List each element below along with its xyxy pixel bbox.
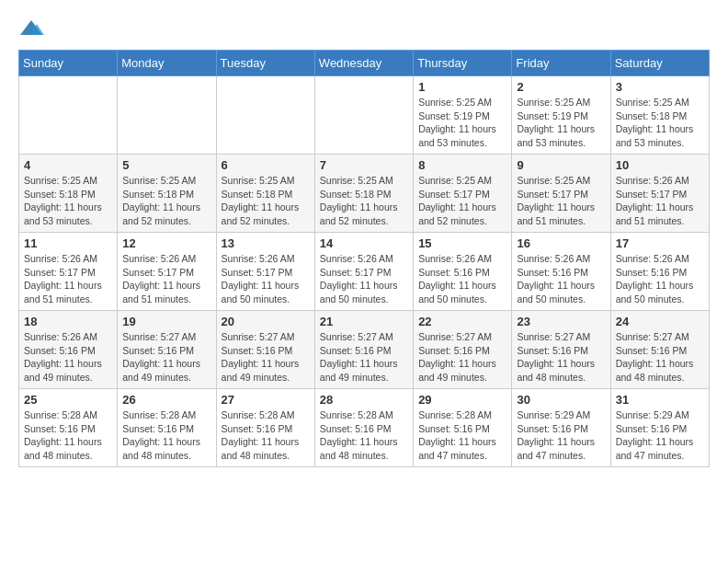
day-cell-20: 20Sunrise: 5:27 AM Sunset: 5:16 PM Dayli…: [216, 311, 314, 389]
day-info: Sunrise: 5:25 AM Sunset: 5:19 PM Dayligh…: [418, 96, 506, 150]
empty-cell: [216, 76, 314, 155]
weekday-header-row: SundayMondayTuesdayWednesdayThursdayFrid…: [19, 51, 710, 76]
day-cell-3: 3Sunrise: 5:25 AM Sunset: 5:18 PM Daylig…: [610, 76, 709, 155]
day-cell-29: 29Sunrise: 5:28 AM Sunset: 5:16 PM Dayli…: [414, 389, 512, 467]
day-info: Sunrise: 5:26 AM Sunset: 5:17 PM Dayligh…: [222, 252, 310, 306]
day-info: Sunrise: 5:25 AM Sunset: 5:18 PM Dayligh…: [616, 96, 704, 150]
day-cell-2: 2Sunrise: 5:25 AM Sunset: 5:19 PM Daylig…: [512, 76, 610, 155]
day-info: Sunrise: 5:25 AM Sunset: 5:18 PM Dayligh…: [222, 174, 310, 228]
day-cell-8: 8Sunrise: 5:25 AM Sunset: 5:17 PM Daylig…: [414, 155, 512, 233]
day-cell-27: 27Sunrise: 5:28 AM Sunset: 5:16 PM Dayli…: [216, 389, 314, 467]
day-number: 10: [616, 158, 704, 172]
day-info: Sunrise: 5:25 AM Sunset: 5:17 PM Dayligh…: [418, 174, 506, 228]
day-cell-28: 28Sunrise: 5:28 AM Sunset: 5:16 PM Dayli…: [314, 389, 413, 467]
day-cell-14: 14Sunrise: 5:26 AM Sunset: 5:17 PM Dayli…: [314, 233, 413, 311]
day-cell-11: 11Sunrise: 5:26 AM Sunset: 5:17 PM Dayli…: [19, 233, 118, 311]
logo-icon: [18, 18, 44, 40]
day-cell-10: 10Sunrise: 5:26 AM Sunset: 5:17 PM Dayli…: [610, 155, 709, 233]
day-number: 13: [222, 236, 310, 250]
day-cell-23: 23Sunrise: 5:27 AM Sunset: 5:16 PM Dayli…: [512, 311, 610, 389]
day-cell-6: 6Sunrise: 5:25 AM Sunset: 5:18 PM Daylig…: [216, 155, 314, 233]
day-info: Sunrise: 5:28 AM Sunset: 5:16 PM Dayligh…: [418, 408, 506, 463]
day-cell-15: 15Sunrise: 5:26 AM Sunset: 5:16 PM Dayli…: [414, 233, 512, 311]
day-number: 9: [517, 158, 605, 172]
week-row-2: 4Sunrise: 5:25 AM Sunset: 5:18 PM Daylig…: [19, 155, 710, 233]
calendar-table: SundayMondayTuesdayWednesdayThursdayFrid…: [18, 50, 710, 467]
day-info: Sunrise: 5:25 AM Sunset: 5:18 PM Dayligh…: [320, 174, 408, 228]
day-number: 16: [517, 236, 605, 250]
day-info: Sunrise: 5:26 AM Sunset: 5:17 PM Dayligh…: [122, 252, 210, 306]
day-info: Sunrise: 5:26 AM Sunset: 5:16 PM Dayligh…: [517, 252, 605, 306]
day-number: 18: [24, 315, 112, 328]
day-info: Sunrise: 5:26 AM Sunset: 5:17 PM Dayligh…: [24, 252, 112, 306]
day-number: 3: [616, 80, 704, 94]
day-number: 15: [418, 236, 506, 250]
day-number: 17: [616, 236, 704, 250]
day-cell-18: 18Sunrise: 5:26 AM Sunset: 5:16 PM Dayli…: [19, 311, 118, 389]
day-info: Sunrise: 5:27 AM Sunset: 5:16 PM Dayligh…: [222, 330, 310, 385]
day-info: Sunrise: 5:28 AM Sunset: 5:16 PM Dayligh…: [122, 408, 210, 463]
weekday-saturday: Saturday: [610, 51, 709, 76]
day-info: Sunrise: 5:25 AM Sunset: 5:18 PM Dayligh…: [24, 174, 112, 228]
day-cell-24: 24Sunrise: 5:27 AM Sunset: 5:16 PM Dayli…: [610, 311, 709, 389]
day-info: Sunrise: 5:26 AM Sunset: 5:17 PM Dayligh…: [320, 252, 408, 306]
day-info: Sunrise: 5:27 AM Sunset: 5:16 PM Dayligh…: [616, 330, 704, 385]
day-info: Sunrise: 5:27 AM Sunset: 5:16 PM Dayligh…: [517, 330, 605, 385]
day-info: Sunrise: 5:26 AM Sunset: 5:17 PM Dayligh…: [616, 174, 704, 228]
day-cell-7: 7Sunrise: 5:25 AM Sunset: 5:18 PM Daylig…: [314, 155, 413, 233]
day-info: Sunrise: 5:29 AM Sunset: 5:16 PM Dayligh…: [517, 408, 605, 463]
weekday-thursday: Thursday: [414, 51, 512, 76]
day-info: Sunrise: 5:26 AM Sunset: 5:16 PM Dayligh…: [616, 252, 704, 306]
day-cell-26: 26Sunrise: 5:28 AM Sunset: 5:16 PM Dayli…: [118, 389, 216, 467]
day-number: 4: [24, 158, 112, 172]
day-info: Sunrise: 5:25 AM Sunset: 5:19 PM Dayligh…: [517, 96, 605, 150]
day-info: Sunrise: 5:27 AM Sunset: 5:16 PM Dayligh…: [418, 330, 506, 385]
logo: [18, 18, 48, 40]
weekday-tuesday: Tuesday: [216, 51, 314, 76]
day-cell-5: 5Sunrise: 5:25 AM Sunset: 5:18 PM Daylig…: [118, 155, 216, 233]
day-cell-12: 12Sunrise: 5:26 AM Sunset: 5:17 PM Dayli…: [118, 233, 216, 311]
day-info: Sunrise: 5:26 AM Sunset: 5:16 PM Dayligh…: [418, 252, 506, 306]
day-cell-31: 31Sunrise: 5:29 AM Sunset: 5:16 PM Dayli…: [610, 389, 709, 467]
day-number: 28: [320, 393, 408, 407]
day-number: 1: [418, 80, 506, 94]
day-cell-21: 21Sunrise: 5:27 AM Sunset: 5:16 PM Dayli…: [314, 311, 413, 389]
day-info: Sunrise: 5:28 AM Sunset: 5:16 PM Dayligh…: [222, 408, 310, 463]
day-info: Sunrise: 5:26 AM Sunset: 5:16 PM Dayligh…: [24, 330, 112, 385]
day-cell-25: 25Sunrise: 5:28 AM Sunset: 5:16 PM Dayli…: [19, 389, 118, 467]
empty-cell: [118, 76, 216, 155]
week-row-5: 25Sunrise: 5:28 AM Sunset: 5:16 PM Dayli…: [19, 389, 710, 467]
day-cell-16: 16Sunrise: 5:26 AM Sunset: 5:16 PM Dayli…: [512, 233, 610, 311]
weekday-sunday: Sunday: [19, 51, 118, 76]
day-number: 24: [616, 315, 704, 328]
day-info: Sunrise: 5:29 AM Sunset: 5:16 PM Dayligh…: [616, 408, 704, 463]
day-cell-30: 30Sunrise: 5:29 AM Sunset: 5:16 PM Dayli…: [512, 389, 610, 467]
day-info: Sunrise: 5:27 AM Sunset: 5:16 PM Dayligh…: [320, 330, 408, 385]
day-number: 30: [517, 393, 605, 407]
day-number: 22: [418, 315, 506, 328]
day-number: 5: [122, 158, 210, 172]
day-number: 27: [222, 393, 310, 407]
day-number: 26: [122, 393, 210, 407]
weekday-friday: Friday: [512, 51, 610, 76]
week-row-3: 11Sunrise: 5:26 AM Sunset: 5:17 PM Dayli…: [19, 233, 710, 311]
day-info: Sunrise: 5:25 AM Sunset: 5:17 PM Dayligh…: [517, 174, 605, 228]
day-cell-4: 4Sunrise: 5:25 AM Sunset: 5:18 PM Daylig…: [19, 155, 118, 233]
day-number: 14: [320, 236, 408, 250]
day-number: 25: [24, 393, 112, 407]
day-cell-9: 9Sunrise: 5:25 AM Sunset: 5:17 PM Daylig…: [512, 155, 610, 233]
weekday-monday: Monday: [118, 51, 216, 76]
day-info: Sunrise: 5:25 AM Sunset: 5:18 PM Dayligh…: [122, 174, 210, 228]
day-number: 7: [320, 158, 408, 172]
day-number: 23: [517, 315, 605, 328]
header: [18, 18, 710, 40]
day-number: 21: [320, 315, 408, 328]
day-number: 29: [418, 393, 506, 407]
day-number: 8: [418, 158, 506, 172]
day-cell-1: 1Sunrise: 5:25 AM Sunset: 5:19 PM Daylig…: [414, 76, 512, 155]
day-number: 20: [222, 315, 310, 328]
day-info: Sunrise: 5:27 AM Sunset: 5:16 PM Dayligh…: [122, 330, 210, 385]
day-number: 31: [616, 393, 704, 407]
week-row-1: 1Sunrise: 5:25 AM Sunset: 5:19 PM Daylig…: [19, 76, 710, 155]
day-number: 2: [517, 80, 605, 94]
